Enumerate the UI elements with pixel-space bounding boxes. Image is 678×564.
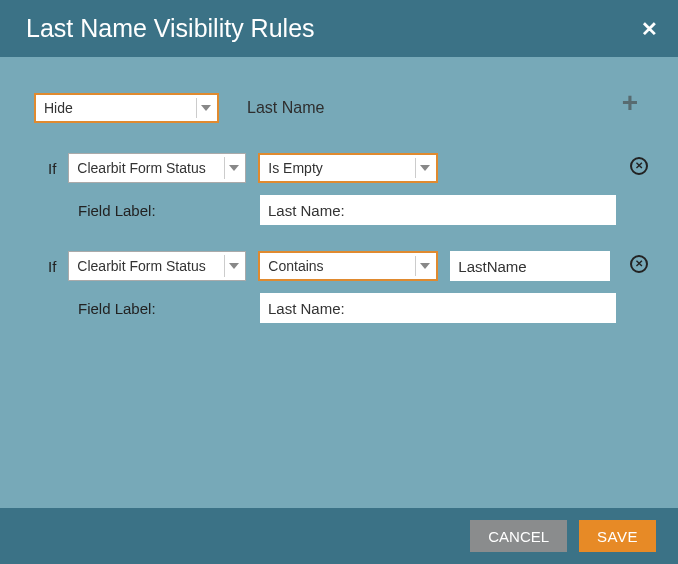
rule-field-select[interactable]: Clearbit Form Status — [68, 251, 246, 281]
cancel-button[interactable]: CANCEL — [470, 520, 567, 552]
rule-field-value: Clearbit Form Status — [77, 160, 205, 176]
visibility-rules-dialog: Last Name Visibility Rules ✕ + Hide Last… — [0, 0, 678, 564]
action-select[interactable]: Hide — [34, 93, 219, 123]
save-button[interactable]: SAVE — [579, 520, 656, 552]
remove-rule-icon[interactable] — [630, 157, 648, 175]
rule-condition-value: Contains — [268, 258, 323, 274]
action-row: Hide Last Name — [34, 93, 648, 123]
if-label: If — [48, 258, 56, 275]
rule-condition-select[interactable]: Contains — [258, 251, 438, 281]
field-label-input[interactable] — [260, 293, 616, 323]
rule-label-row: Field Label: — [78, 195, 648, 225]
rule-label-row: Field Label: — [78, 293, 648, 323]
field-label-input[interactable] — [260, 195, 616, 225]
field-label-caption: Field Label: — [78, 300, 248, 317]
action-select-value: Hide — [44, 100, 73, 116]
dialog-header: Last Name Visibility Rules ✕ — [0, 0, 678, 57]
dialog-footer: CANCEL SAVE — [0, 508, 678, 564]
chevron-down-icon — [229, 263, 239, 269]
chevron-down-icon — [201, 105, 211, 111]
rule-value-input[interactable] — [450, 251, 610, 281]
rule-block: If Clearbit Form Status Contains Field L… — [34, 251, 648, 323]
add-rule-icon[interactable]: + — [622, 89, 638, 117]
rule-block: If Clearbit Form Status Is Empty Field L… — [34, 153, 648, 225]
field-name-label: Last Name — [247, 99, 324, 117]
rule-condition-row: If Clearbit Form Status Is Empty — [48, 153, 648, 183]
rule-condition-select[interactable]: Is Empty — [258, 153, 438, 183]
close-icon[interactable]: ✕ — [641, 19, 658, 39]
rule-condition-value: Is Empty — [268, 160, 322, 176]
chevron-down-icon — [420, 165, 430, 171]
rule-condition-row: If Clearbit Form Status Contains — [48, 251, 648, 281]
rule-field-value: Clearbit Form Status — [77, 258, 205, 274]
field-label-caption: Field Label: — [78, 202, 248, 219]
dialog-title: Last Name Visibility Rules — [26, 14, 315, 43]
remove-rule-icon[interactable] — [630, 255, 648, 273]
if-label: If — [48, 160, 56, 177]
chevron-down-icon — [420, 263, 430, 269]
rule-field-select[interactable]: Clearbit Form Status — [68, 153, 246, 183]
dialog-body: + Hide Last Name If Clearbit Form Status — [0, 57, 678, 508]
chevron-down-icon — [229, 165, 239, 171]
